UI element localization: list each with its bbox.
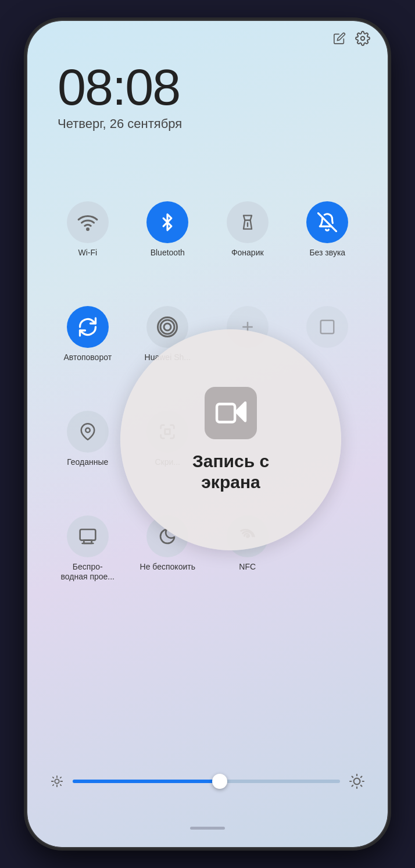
tile-autorotate-label: Автоповорот xyxy=(63,353,112,362)
tile-flashlight-label: Фонарик xyxy=(231,248,264,258)
tile-row2-col4[interactable] xyxy=(291,306,365,362)
edit-icon[interactable] xyxy=(333,32,346,45)
date-display: Четверг, 26 сентября xyxy=(58,116,182,131)
tile-wifi[interactable]: Wi-Fi xyxy=(51,201,125,258)
wifi-icon-bg xyxy=(67,201,109,243)
svg-line-26 xyxy=(60,777,61,778)
tile-autorotate[interactable]: Автоповорот xyxy=(51,306,125,362)
svg-point-1 xyxy=(87,229,88,230)
silent-icon-bg xyxy=(306,201,348,243)
screen-record-overlay[interactable]: Запись сэкрана xyxy=(120,329,341,550)
svg-line-31 xyxy=(361,785,362,787)
svg-line-21 xyxy=(53,777,53,778)
svg-point-0 xyxy=(361,37,365,41)
tile-no-disturb-label: Не беспокоить xyxy=(140,562,195,572)
brightness-high-icon xyxy=(349,774,364,789)
tile-wireless-proj[interactable]: Беспро-водная прое... xyxy=(51,515,125,582)
tile-silent[interactable]: Без звука xyxy=(291,201,365,258)
tile-geodata-label: Геоданные xyxy=(67,457,108,467)
time-section: 08:08 Четверг, 26 сентября xyxy=(58,62,182,131)
svg-line-35 xyxy=(361,777,362,778)
phone-screen: 08:08 Четверг, 26 сентября Wi-Fi xyxy=(27,21,388,847)
status-bar xyxy=(27,21,388,50)
time-display: 08:08 xyxy=(58,62,182,113)
svg-rect-9 xyxy=(321,321,334,334)
tile-row2-col4-icon xyxy=(306,306,348,348)
svg-rect-16 xyxy=(217,404,235,422)
geodata-icon-bg xyxy=(67,411,109,453)
tile-bluetooth[interactable]: Bluetooth xyxy=(131,201,205,258)
bluetooth-icon-bg xyxy=(146,201,188,243)
brightness-fill xyxy=(73,780,220,783)
settings-icon[interactable] xyxy=(355,31,370,46)
screen-record-label: Запись сэкрана xyxy=(192,451,269,493)
svg-line-30 xyxy=(352,777,353,778)
tile-wifi-label: Wi-Fi xyxy=(78,248,97,258)
flashlight-icon-bg xyxy=(227,201,269,243)
svg-point-10 xyxy=(85,428,90,433)
svg-line-34 xyxy=(352,785,353,787)
tile-silent-label: Без звука xyxy=(309,248,345,258)
tile-nfc-label: NFC xyxy=(239,562,256,572)
wireless-proj-icon-bg xyxy=(67,515,109,557)
svg-line-22 xyxy=(60,785,61,785)
tile-geodata[interactable]: Геоданные xyxy=(51,411,125,467)
home-indicator[interactable] xyxy=(190,827,225,830)
tile-wireless-proj-label: Беспро-водная прое... xyxy=(60,562,115,582)
brightness-control xyxy=(51,774,364,789)
tile-bluetooth-label: Bluetooth xyxy=(151,248,185,258)
phone-frame: 08:08 Четверг, 26 сентября Wi-Fi xyxy=(27,21,388,847)
quick-tiles-row1: Wi-Fi Bluetooth xyxy=(51,201,364,258)
tile-flashlight[interactable]: Фонарик xyxy=(210,201,285,258)
svg-line-25 xyxy=(53,785,53,785)
brightness-low-icon xyxy=(51,775,63,788)
video-record-icon xyxy=(205,387,257,439)
svg-marker-17 xyxy=(236,403,245,421)
svg-point-4 xyxy=(164,323,171,330)
svg-rect-12 xyxy=(80,529,95,540)
svg-point-27 xyxy=(354,778,360,785)
autorotate-icon-bg xyxy=(67,306,109,348)
brightness-track[interactable] xyxy=(73,780,340,783)
brightness-thumb[interactable] xyxy=(212,774,227,789)
svg-point-5 xyxy=(160,320,174,334)
svg-line-3 xyxy=(319,213,337,231)
svg-point-18 xyxy=(55,779,59,783)
